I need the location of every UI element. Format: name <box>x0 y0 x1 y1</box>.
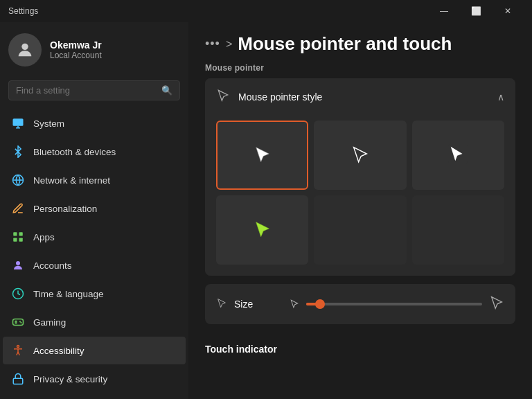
mouse-pointer-style-card: Mouse pointer style ∧ <box>205 78 515 276</box>
cursor-option-white[interactable] <box>216 121 308 190</box>
cursor-option-empty-2 <box>412 195 504 265</box>
cursor-option-black-inverted[interactable] <box>412 121 504 190</box>
system-icon <box>11 116 25 130</box>
personalization-icon <box>11 202 25 215</box>
sidebar-item-system[interactable]: System <box>3 109 186 137</box>
sidebar-label-network: Network & internet <box>33 175 110 186</box>
sidebar-item-gaming[interactable]: Gaming <box>3 308 186 336</box>
svg-point-17 <box>20 321 21 322</box>
sidebar-item-accounts[interactable]: Accounts <box>3 251 186 279</box>
network-icon <box>11 173 25 187</box>
apps-icon <box>11 230 25 244</box>
sidebar-label-privacy: Privacy & security <box>33 374 107 384</box>
slider-container <box>290 294 504 314</box>
mouse-pointer-section-label: Mouse pointer <box>205 63 515 73</box>
size-card: Size <box>205 284 515 324</box>
cursor-option-outline[interactable] <box>314 121 406 190</box>
minimize-button[interactable]: — <box>428 0 460 22</box>
user-info: Okemwa Jr Local Account <box>50 39 102 60</box>
search-box[interactable]: 🔍 <box>8 80 180 100</box>
svg-point-0 <box>21 44 28 50</box>
slider-large-cursor-icon <box>489 294 504 314</box>
breadcrumb-dots[interactable]: ••• <box>205 37 220 51</box>
size-cursor-icon <box>216 297 227 311</box>
cursor-white-icon <box>253 144 272 166</box>
sidebar-label-gaming: Gaming <box>33 317 66 328</box>
gaming-icon <box>11 315 25 329</box>
slider-thumb[interactable] <box>315 299 325 309</box>
size-text-label: Size <box>234 299 253 310</box>
time-icon <box>11 287 25 301</box>
cursor-option-green[interactable] <box>216 195 308 265</box>
svg-rect-21 <box>13 378 23 384</box>
user-profile[interactable]: Okemwa Jr Local Account <box>0 22 188 75</box>
content-area: ••• > Mouse pointer and touch Mouse poin… <box>188 22 532 399</box>
cursor-black-inverted-icon <box>448 144 468 166</box>
app-title: Settings <box>8 6 38 16</box>
svg-rect-7 <box>19 232 23 236</box>
touch-indicator-section-label: Touch indicator <box>205 332 515 360</box>
cursor-green-icon <box>253 219 272 241</box>
svg-rect-6 <box>13 232 17 236</box>
sidebar-label-system: System <box>33 118 64 129</box>
search-container: 🔍 <box>0 75 188 109</box>
chevron-up-icon: ∧ <box>497 91 504 103</box>
sidebar-item-time[interactable]: Time & language <box>3 280 186 308</box>
mouse-style-icon <box>216 88 230 105</box>
card-header-left: Mouse pointer style <box>216 88 322 105</box>
sidebar-item-windows-update[interactable]: Windows Update <box>3 393 186 399</box>
search-icon: 🔍 <box>161 85 172 96</box>
cursor-options-grid <box>205 115 515 276</box>
sidebar-nav: System Bluetooth & devices <box>0 109 188 399</box>
sidebar-item-personalization[interactable]: Personalization <box>3 195 186 222</box>
svg-point-19 <box>17 346 19 348</box>
sidebar-item-accessibility[interactable]: Accessibility <box>3 337 186 364</box>
avatar <box>8 33 42 66</box>
sidebar-label-apps: Apps <box>33 232 55 242</box>
svg-rect-8 <box>13 238 17 242</box>
sidebar-label-time: Time & language <box>33 289 104 299</box>
page-header: ••• > Mouse pointer and touch <box>188 22 532 63</box>
titlebar: Settings — ⬜ ✕ <box>0 0 532 22</box>
sidebar-item-network[interactable]: Network & internet <box>3 166 186 194</box>
search-input[interactable] <box>16 85 156 96</box>
svg-point-10 <box>16 261 20 265</box>
slider-small-cursor-icon <box>290 298 299 311</box>
size-label: Size <box>216 297 278 311</box>
page-title: Mouse pointer and touch <box>238 33 452 55</box>
sidebar-label-bluetooth: Bluetooth & devices <box>33 147 116 157</box>
privacy-icon <box>11 372 25 386</box>
user-name: Okemwa Jr <box>50 39 102 51</box>
user-account-type: Local Account <box>50 51 102 60</box>
breadcrumb-arrow: > <box>226 38 232 51</box>
sidebar: Okemwa Jr Local Account 🔍 System <box>0 22 188 399</box>
cursor-outline-icon <box>351 144 370 166</box>
bluetooth-icon <box>11 145 25 159</box>
accounts-icon <box>11 258 25 272</box>
maximize-button[interactable]: ⬜ <box>460 0 492 22</box>
content-inner: Mouse pointer Mouse pointer style ∧ <box>188 63 532 377</box>
app-body: Okemwa Jr Local Account 🔍 System <box>0 22 532 399</box>
slider-track[interactable] <box>306 303 482 305</box>
cursor-option-empty-1 <box>314 195 406 265</box>
sidebar-label-accounts: Accounts <box>33 260 72 271</box>
titlebar-title: Settings <box>8 6 38 16</box>
sidebar-item-bluetooth[interactable]: Bluetooth & devices <box>3 138 186 166</box>
close-button[interactable]: ✕ <box>492 0 524 22</box>
titlebar-controls: — ⬜ ✕ <box>428 0 524 22</box>
sidebar-label-accessibility: Accessibility <box>33 346 85 356</box>
sidebar-item-privacy[interactable]: Privacy & security <box>3 365 186 393</box>
sidebar-label-personalization: Personalization <box>33 204 97 214</box>
svg-rect-1 <box>13 118 24 126</box>
svg-rect-9 <box>19 238 23 242</box>
mouse-pointer-style-header[interactable]: Mouse pointer style ∧ <box>205 78 515 115</box>
mouse-pointer-style-label: Mouse pointer style <box>238 91 322 103</box>
accessibility-icon <box>11 344 25 357</box>
sidebar-item-apps[interactable]: Apps <box>3 223 186 251</box>
svg-point-18 <box>21 322 21 323</box>
